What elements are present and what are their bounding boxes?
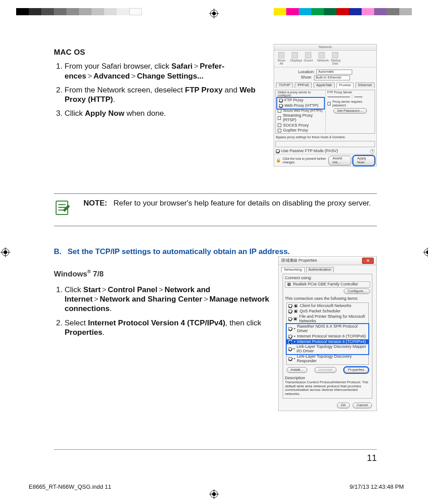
- close-icon[interactable]: ✕: [362, 258, 374, 264]
- timestamp-label: 9/17/13 12:43:48 PM: [349, 483, 404, 491]
- show-select[interactable]: Built-in Ethernet: [314, 75, 350, 80]
- tab-authentication[interactable]: Authentication: [306, 267, 334, 272]
- mac-toolbar: Show All Displays Sound Network Startup …: [274, 51, 376, 67]
- window-title: Network: [274, 44, 376, 51]
- list-item: Cllick Apply Now when done.: [65, 109, 269, 118]
- selected-ipv4-row[interactable]: ▪Internet Protocol Version 4 (TCP/IPv4): [287, 339, 368, 345]
- window-title: 區域連線 Properties: [281, 259, 317, 263]
- cancel-button[interactable]: Cancel: [353, 403, 372, 408]
- source-file-label: E8665_RT-N66W_QSG.indd 11: [29, 483, 111, 491]
- figure-win-properties: 區域連線 Properties ✕ Networking Authenticat…: [278, 256, 377, 411]
- heading-windows: Windows® 7/8: [54, 269, 274, 279]
- properties-button[interactable]: Properties: [344, 367, 368, 373]
- set-password-button[interactable]: Set Password…: [333, 108, 367, 114]
- tab-pppoe[interactable]: PPPoE: [295, 83, 312, 88]
- uninstall-button[interactable]: Uninstall: [314, 367, 336, 373]
- win-steps: Click Start>Control Panel>Network and In…: [54, 285, 274, 337]
- list-item: Select Internet Protocol Version 4 (TCP/…: [65, 318, 274, 337]
- note-text: Refer to your browser's help feature for…: [114, 199, 371, 207]
- page-number: 11: [54, 449, 377, 464]
- registration-mark-icon: [209, 489, 219, 499]
- configure-button[interactable]: Configure...: [344, 289, 370, 294]
- tab-tcpip[interactable]: TCP/IP: [276, 83, 293, 88]
- tab-appletalk[interactable]: AppleTalk: [314, 83, 335, 88]
- apply-now-button[interactable]: Apply Now: [353, 156, 375, 166]
- list-item: Click Start>Control Panel>Network and In…: [65, 285, 274, 314]
- tab-ethernet[interactable]: Ethernet: [355, 83, 374, 88]
- section-heading-b: B. Set the TCP/IP settings to automatica…: [54, 247, 377, 256]
- registration-mark-icon: [423, 247, 428, 257]
- heading-mac-os: MAC OS: [54, 48, 269, 57]
- checkbox-web-proxy[interactable]: [279, 104, 283, 108]
- mac-steps: From your Safari browser, click Safari>P…: [54, 61, 269, 118]
- location-select[interactable]: Automatic: [316, 70, 352, 75]
- list-item: From the Network screen, deselect FTP Pr…: [65, 85, 269, 105]
- note-block: NOTE: Refer to your browser's help featu…: [54, 193, 377, 226]
- tab-proxies[interactable]: Proxies: [336, 83, 354, 88]
- assist-button[interactable]: Assist me…: [328, 156, 351, 166]
- checkbox-ftp-proxy[interactable]: [279, 99, 283, 102]
- lock-icon[interactable]: 🔒: [276, 158, 281, 163]
- list-item: From your Safari browser, click Safari>P…: [65, 61, 269, 81]
- tab-networking[interactable]: Networking: [281, 267, 305, 272]
- nic-icon: ▦: [287, 282, 291, 287]
- registration-mark-icon: [0, 247, 10, 257]
- note-label: NOTE:: [83, 199, 107, 207]
- page: MAC OS From your Safari browser, click S…: [0, 0, 428, 504]
- ok-button[interactable]: OK: [337, 403, 350, 408]
- figure-mac-network: Network Show All Displays Sound Network …: [274, 44, 377, 167]
- note-icon: [54, 198, 72, 219]
- registration-mark-icon: [209, 9, 219, 18]
- install-button[interactable]: Install...: [287, 367, 307, 373]
